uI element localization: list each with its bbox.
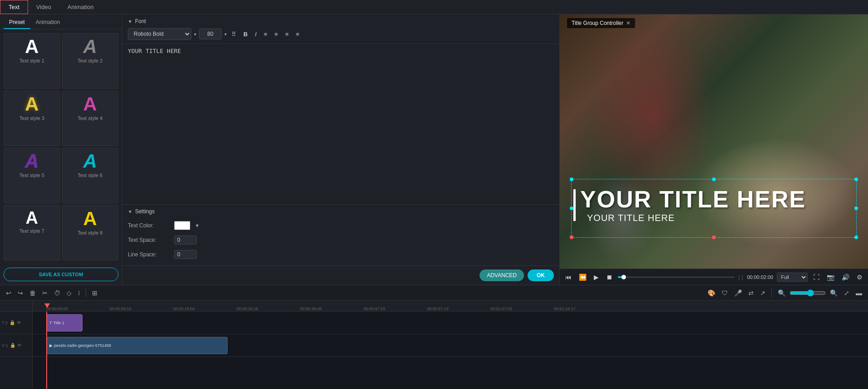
line-space-input[interactable] — [174, 250, 197, 259]
zoom-in-button[interactable]: 🔍 — [828, 288, 840, 298]
color-dropdown-arrow[interactable]: ▾ — [196, 222, 199, 229]
style-card-s5[interactable]: AText style 5 — [4, 148, 60, 203]
font-select[interactable]: Roboto Bold — [128, 28, 191, 40]
color-grading-button[interactable]: 🎨 — [705, 288, 718, 298]
italic-button[interactable]: I — [252, 29, 259, 39]
in-point-bracket: { } — [738, 274, 743, 280]
frame-back-button[interactable]: ⏪ — [577, 273, 588, 282]
handle-top-right[interactable] — [854, 178, 858, 181]
video-clip-label: pexels-zadin-georgiev-5751458 — [54, 343, 111, 348]
audio-button[interactable]: 🔊 — [840, 273, 851, 282]
timeline-toolbar: ↩ ↪ 🗑 ✂ ⏱ ◇ ⁞ ⊞ 🎨 🛡 🎤 ⇄ ↗ 🔍 🔍 ⤢ ▬ — [0, 285, 868, 301]
controller-close-icon[interactable]: ✕ — [626, 20, 630, 26]
skip-back-button[interactable]: ⏮ — [563, 273, 573, 282]
handle-bottom-mid[interactable] — [712, 235, 716, 239]
settings-section-header: ▼ Settings — [128, 208, 554, 215]
tab-video[interactable]: Video — [28, 0, 59, 14]
style-card-s6[interactable]: AText style 6 — [62, 148, 119, 203]
undo-button[interactable]: ↩ — [4, 288, 14, 298]
track-lock-icon-1[interactable]: 🔒 — [10, 343, 15, 348]
tab-animation[interactable]: Animation — [59, 0, 102, 14]
ruler-tick-7: 00:01:07:03 — [490, 307, 512, 311]
split-button[interactable]: ⁞ — [76, 288, 82, 298]
settings-section: ▼ Settings Text Color: ▾ Text Space: Lin… — [122, 204, 559, 265]
left-panel-tabs: Preset Animation — [0, 14, 122, 29]
handle-top-left[interactable] — [570, 178, 573, 181]
track-eye-icon-2[interactable]: 👁 — [17, 320, 21, 325]
snap-button[interactable]: ◇ — [64, 288, 74, 298]
style-label-s5: Text style 5 — [19, 173, 44, 178]
controller-label: Title Group Controller — [572, 20, 623, 26]
advanced-button[interactable]: ADVANCED — [480, 269, 524, 281]
align-center-button[interactable]: ≡ — [272, 29, 281, 39]
center-panel: ▼ Font Roboto Bold ▾ ▾ ⠿ B I ≡ ≡ ≡ ≡ YOU — [122, 14, 560, 285]
bold-button[interactable]: B — [241, 29, 250, 39]
style-letter-s3: A — [25, 95, 39, 114]
history-button[interactable]: ⏱ — [52, 288, 63, 298]
style-card-s7[interactable]: AText style 7 — [4, 205, 60, 261]
progress-bar[interactable] — [618, 276, 735, 278]
export-button[interactable]: ↗ — [758, 288, 768, 298]
handle-mid-right[interactable] — [854, 207, 858, 210]
title-clip[interactable]: T Title 1 — [46, 314, 82, 331]
text-space-input[interactable] — [174, 235, 197, 245]
mic-button[interactable]: 🎤 — [732, 288, 744, 298]
style-card-s8[interactable]: AText style 8 — [62, 205, 119, 261]
multi-cam-button[interactable]: ⊞ — [90, 288, 100, 298]
handle-top-mid[interactable] — [712, 178, 716, 181]
save-as-custom-button[interactable]: SAVE AS CUSTOM — [4, 268, 118, 281]
settings-button[interactable]: ⚙ — [855, 273, 864, 282]
zoom-out-button[interactable]: 🔍 — [776, 288, 788, 298]
video-background: Title Group Controller ✕ — [560, 14, 868, 269]
fullscreen-button[interactable]: ⛶ — [811, 273, 821, 282]
font-toolbar: Roboto Bold ▾ ▾ ⠿ B I ≡ ≡ ≡ ≡ — [128, 28, 554, 40]
tab-animation-left[interactable]: Animation — [30, 16, 65, 29]
columns-icon[interactable]: ⠿ — [229, 29, 238, 39]
play-button[interactable]: ▶ — [592, 273, 601, 282]
left-panel: Preset Animation AText style 1AText styl… — [0, 14, 122, 285]
cut-button[interactable]: ✂ — [40, 288, 50, 298]
quality-select[interactable]: Full Half Quarter — [777, 273, 808, 282]
style-card-s1[interactable]: AText style 1 — [4, 33, 60, 89]
right-panel: Title Group Controller ✕ — [560, 14, 868, 285]
redo-button[interactable]: ↪ — [15, 288, 25, 298]
transition-button[interactable]: ⇄ — [746, 288, 756, 298]
fit-button[interactable]: ⤢ — [842, 288, 852, 298]
shield-button[interactable]: 🛡 — [719, 288, 730, 298]
style-card-s4[interactable]: AText style 4 — [62, 91, 119, 146]
center-bottom-bar: ADVANCED OK — [122, 265, 559, 285]
timeline-ruler[interactable]: 00:00:00:00 00:00:09:14 00:00:19:04 00:0… — [33, 301, 868, 312]
align-left-button[interactable]: ≡ — [262, 29, 270, 39]
handle-bottom-right[interactable] — [854, 235, 858, 239]
video-clip[interactable]: ▶ pexels-zadin-georgiev-5751458 — [46, 337, 228, 354]
delete-button[interactable]: 🗑 — [27, 288, 38, 298]
ok-button[interactable]: OK — [528, 269, 554, 281]
ruler-tick-3: 00:00:28:18 — [237, 307, 258, 311]
expand-button[interactable]: ▬ — [853, 288, 864, 298]
track-row-2: T Title 1 — [33, 312, 868, 334]
track-eye-icon-1[interactable]: 👁 — [17, 343, 22, 348]
font-select-arrow: ▾ — [194, 32, 196, 37]
tab-preset[interactable]: Preset — [4, 16, 30, 29]
align-justify-button[interactable]: ≡ — [294, 29, 302, 39]
tab-text[interactable]: Text — [0, 0, 28, 14]
font-size-input[interactable] — [199, 29, 222, 39]
track-num-1: V 1 — [2, 343, 8, 348]
zoom-slider[interactable] — [790, 289, 826, 297]
camera-button[interactable]: 📷 — [825, 273, 836, 282]
title-text-input[interactable]: YOUR TITLE HERE — [128, 48, 554, 201]
track-lock-icon-2[interactable]: 🔒 — [10, 320, 15, 325]
text-color-swatch[interactable] — [174, 221, 190, 230]
handle-mid-left[interactable] — [570, 207, 573, 210]
style-label-s8: Text style 8 — [78, 230, 102, 235]
video-clip-icon: ▶ — [49, 343, 53, 348]
track-label-2: T 2 🔒 👁 — [0, 312, 32, 334]
align-right-button[interactable]: ≡ — [283, 29, 291, 39]
style-letter-s5: A — [25, 152, 39, 171]
style-card-s2[interactable]: AText style 2 — [62, 33, 119, 89]
progress-thumb[interactable] — [621, 275, 626, 279]
stop-button[interactable]: ⏹ — [604, 273, 614, 282]
handle-bottom-left[interactable] — [570, 235, 573, 239]
style-card-s3[interactable]: AText style 3 — [4, 91, 60, 146]
font-section-header: ▼ Font — [128, 18, 554, 24]
